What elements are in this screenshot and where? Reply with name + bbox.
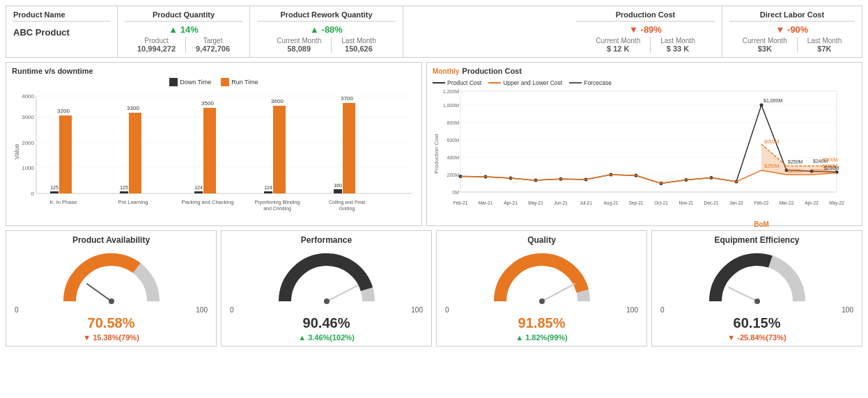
svg-text:K: In Phase: K: In Phase bbox=[50, 199, 77, 205]
dl-divider bbox=[797, 37, 798, 53]
svg-text:800M: 800M bbox=[447, 120, 459, 125]
kpi-pc-last: Last Month $ 33 K bbox=[660, 37, 695, 53]
svg-point-72 bbox=[760, 104, 764, 107]
kpi-product-name-title: Product Name bbox=[13, 10, 110, 22]
svg-text:Mar-22: Mar-22 bbox=[780, 200, 794, 205]
gauge-quality: Quality 0 100 91.85% ▲ 1.82%(99%) bbox=[436, 230, 647, 347]
pq-divider bbox=[185, 37, 186, 53]
svg-text:3000: 3000 bbox=[22, 114, 34, 120]
kpi-pc-title: Production Cost bbox=[576, 10, 715, 22]
svg-text:Apr-22: Apr-22 bbox=[805, 200, 819, 206]
bar-downtime-1 bbox=[50, 191, 59, 193]
svg-text:400M: 400M bbox=[447, 155, 459, 160]
rework-up-icon bbox=[310, 24, 319, 35]
svg-text:Mar-21: Mar-21 bbox=[479, 200, 493, 205]
charts-row: Runtime v/s downtime Down Time Run Time … bbox=[6, 62, 862, 226]
bar-downtime-3 bbox=[194, 191, 203, 193]
legend-product-cost: Product Cost bbox=[433, 79, 481, 86]
gauge-quality-container bbox=[490, 249, 594, 305]
svg-text:Dec-21: Dec-21 bbox=[704, 200, 719, 205]
svg-text:$250M: $250M bbox=[764, 164, 780, 168]
gauge-performance-percent: 90.46% bbox=[227, 315, 426, 331]
svg-text:Oct-21: Oct-21 bbox=[654, 200, 668, 205]
pc-down-icon bbox=[629, 24, 638, 35]
svg-text:May-21: May-21 bbox=[528, 200, 543, 206]
svg-point-92 bbox=[539, 298, 545, 304]
gauge-efficiency-change: ▼ -25.84%(73%) bbox=[658, 333, 856, 342]
gauge-efficiency-svg bbox=[705, 249, 809, 305]
svg-text:BoM: BoM bbox=[754, 221, 769, 228]
svg-text:Apr-21: Apr-21 bbox=[504, 200, 518, 206]
svg-text:4000: 4000 bbox=[22, 93, 34, 100]
svg-text:Prportioning Blinding: Prportioning Blinding bbox=[255, 200, 300, 205]
gauge-availability-title: Product Availability bbox=[12, 235, 210, 245]
svg-text:1000: 1000 bbox=[22, 165, 34, 171]
gauge-performance-labels: 0 100 bbox=[227, 306, 426, 314]
bar-downtime-4 bbox=[264, 191, 272, 193]
bar-chart-svg: Value 0 1000 2000 3000 4000 bbox=[12, 89, 416, 214]
kpi-dl-badge: -90% bbox=[729, 24, 855, 35]
kpi-product-name: Product Name ABC Product bbox=[6, 6, 118, 57]
svg-text:124: 124 bbox=[194, 185, 203, 190]
bar-chart-title: Runtime v/s downtime bbox=[12, 67, 416, 75]
svg-text:Aug-21: Aug-21 bbox=[604, 200, 619, 206]
svg-text:Pre Learning: Pre Learning bbox=[118, 199, 148, 205]
svg-text:Colling and Final: Colling and Final bbox=[329, 200, 366, 205]
gauge-efficiency-percent: 60.15% bbox=[658, 315, 856, 331]
kpi-rework-title: Product Rework Quantity bbox=[257, 10, 396, 22]
gauge-row: Product Availability 0 100 70.58% ▼ 15.3… bbox=[6, 230, 862, 347]
svg-text:125: 125 bbox=[120, 185, 128, 190]
gauge-efficiency: Equipment Efficiency 0 100 60.15% ▼ -25.… bbox=[651, 230, 862, 347]
kpi-dl-current: Current Month $3K bbox=[743, 37, 787, 53]
legend-runtime: Run Time bbox=[221, 78, 258, 86]
dl-down-icon bbox=[776, 24, 785, 35]
svg-text:$250M: $250M bbox=[788, 159, 803, 164]
kpi-product-quantity: Product Quantity 14% Product 10,994,272 … bbox=[118, 6, 250, 57]
svg-text:Jun-21: Jun-21 bbox=[554, 200, 568, 205]
svg-point-88 bbox=[109, 298, 114, 304]
svg-line-93 bbox=[729, 287, 757, 301]
gauge-quality-percent: 91.85% bbox=[442, 315, 641, 331]
svg-text:1,000M: 1,000M bbox=[443, 103, 460, 108]
svg-text:600M: 600M bbox=[447, 138, 459, 143]
gauge-quality-title: Quality bbox=[442, 235, 641, 245]
bar-runtime-5 bbox=[343, 103, 355, 193]
pq-up-icon bbox=[169, 24, 178, 35]
svg-line-91 bbox=[542, 284, 575, 301]
bar-runtime-4 bbox=[273, 106, 286, 193]
svg-text:3600: 3600 bbox=[271, 98, 284, 104]
svg-text:200M: 200M bbox=[447, 173, 459, 177]
bar-runtime-2 bbox=[129, 113, 141, 193]
bar-chart-box: Runtime v/s downtime Down Time Run Time … bbox=[6, 62, 422, 226]
svg-text:Feb-22: Feb-22 bbox=[754, 200, 769, 205]
svg-text:125: 125 bbox=[50, 185, 59, 190]
svg-text:Feb-21: Feb-21 bbox=[454, 200, 468, 205]
svg-text:Griding: Griding bbox=[339, 206, 355, 212]
kpi-pq-title: Product Quantity bbox=[125, 10, 242, 22]
kpi-pq-sub: Product 10,994,272 Target 9,472,706 bbox=[125, 37, 242, 53]
svg-point-90 bbox=[324, 298, 330, 304]
kpi-rework-current: Current Month 58,089 bbox=[277, 37, 321, 53]
svg-text:3500: 3500 bbox=[201, 100, 214, 106]
legend-runtime-icon bbox=[221, 78, 229, 86]
gauge-performance-title: Performance bbox=[227, 235, 426, 245]
kpi-dl-title: Direct Labor Cost bbox=[729, 10, 855, 22]
kpi-row: Product Name ABC Product Product Quantit… bbox=[6, 6, 862, 58]
legend-fc-line bbox=[569, 82, 582, 83]
gauge-performance: Performance 0 100 90.46% ▲ 3.46%(102%) bbox=[221, 230, 432, 347]
pc-divider bbox=[650, 37, 651, 53]
gauge-availability-percent: 70.58% bbox=[12, 315, 210, 331]
kpi-pq-target: Target 9,472,706 bbox=[196, 37, 230, 53]
gauge-quality-svg bbox=[490, 249, 594, 305]
gauge-availability-container bbox=[59, 249, 164, 305]
svg-line-87 bbox=[87, 284, 111, 301]
kpi-pq-product: Product 10,994,272 bbox=[137, 37, 176, 53]
kpi-rework-badge: -88% bbox=[257, 24, 396, 35]
svg-text:124: 124 bbox=[264, 185, 272, 190]
kpi-dl-last: Last Month $7K bbox=[807, 37, 842, 53]
gauge-availability-change: ▼ 15.38%(79%) bbox=[12, 333, 210, 342]
svg-text:160: 160 bbox=[334, 183, 342, 188]
svg-text:1,200M: 1,200M bbox=[443, 89, 460, 94]
y-axis-label: Value bbox=[13, 144, 20, 159]
svg-text:3200: 3200 bbox=[57, 108, 70, 114]
